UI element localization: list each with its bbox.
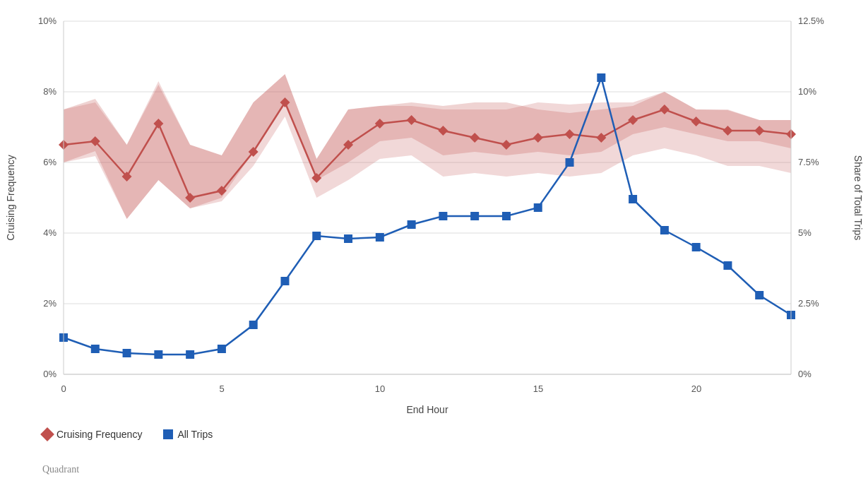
main-chart-svg: 0% 2% 4% 6% 8% 10% 0% 2.5% 5% 7.5% 10% 1… (0, 0, 868, 488)
legend-trips: All Trips (163, 429, 213, 440)
y-right-tick-2p5: 2.5% (798, 298, 819, 309)
svg-rect-38 (312, 232, 321, 240)
chart-container: 0% 2% 4% 6% 8% 10% 0% 2.5% 5% 7.5% 10% 1… (0, 0, 868, 488)
y-right-tick-5: 5% (798, 227, 811, 238)
y-right-tick-12p5: 12.5% (798, 16, 824, 26)
svg-rect-45 (534, 203, 542, 212)
y-left-tick-4: 4% (43, 227, 57, 238)
svg-rect-37 (280, 277, 289, 285)
trips-legend-label: All Trips (177, 429, 213, 440)
svg-rect-50 (692, 243, 701, 251)
x-tick-10: 10 (375, 383, 385, 394)
svg-rect-41 (408, 220, 416, 229)
cruising-legend-icon (40, 427, 54, 441)
svg-rect-47 (597, 73, 605, 82)
cruising-legend-label: Cruising Frequency (57, 429, 142, 440)
svg-rect-39 (344, 234, 352, 243)
y-left-tick-2: 2% (43, 298, 57, 309)
svg-rect-36 (249, 321, 258, 329)
y-right-tick-10: 10% (798, 86, 816, 97)
y-left-label: Cruising Frequency (5, 155, 16, 240)
svg-rect-34 (186, 350, 194, 359)
x-tick-5: 5 (219, 383, 224, 394)
svg-rect-48 (629, 195, 637, 203)
svg-rect-43 (470, 212, 479, 220)
svg-rect-51 (723, 261, 732, 270)
y-left-tick-0: 0% (43, 369, 57, 379)
svg-rect-49 (660, 226, 669, 234)
svg-rect-40 (376, 233, 384, 242)
y-left-tick-6: 6% (43, 157, 57, 167)
svg-rect-42 (439, 212, 447, 220)
x-axis-label: End Hour (406, 404, 448, 415)
y-left-tick-8: 8% (43, 86, 57, 97)
svg-rect-31 (91, 345, 100, 353)
x-tick-15: 15 (533, 383, 543, 394)
y-left-tick-10: 10% (38, 16, 57, 26)
trips-legend-icon (163, 429, 173, 439)
chart-legend: Cruising Frequency All Trips (42, 429, 213, 440)
y-right-label: Share of Total Trips (852, 155, 864, 240)
cruising-band (64, 74, 791, 219)
svg-rect-52 (755, 291, 763, 299)
legend-cruising: Cruising Frequency (42, 429, 142, 440)
svg-rect-35 (218, 345, 226, 353)
y-right-tick-0: 0% (798, 369, 811, 379)
svg-rect-32 (123, 349, 131, 357)
x-tick-0: 0 (61, 383, 66, 394)
y-right-tick-7p5: 7.5% (798, 157, 819, 167)
svg-rect-44 (502, 212, 511, 220)
x-tick-20: 20 (691, 383, 701, 394)
quadrant-label: Quadrant (42, 464, 79, 475)
svg-rect-33 (154, 350, 162, 359)
svg-rect-46 (566, 158, 574, 167)
